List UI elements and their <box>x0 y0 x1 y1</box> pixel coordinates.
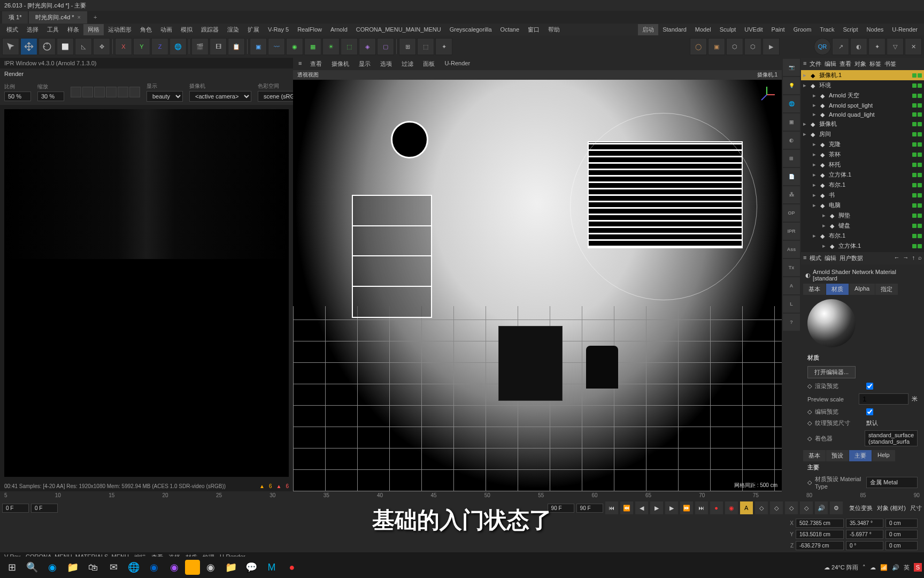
particles-icon[interactable]: ⁂ <box>783 186 800 203</box>
goto-start-button[interactable]: ⏮ <box>605 501 618 514</box>
menu-character[interactable]: 角色 <box>136 24 156 35</box>
folder2-icon[interactable]: 📁 <box>221 558 241 577</box>
octane-render-icon[interactable]: ▶ <box>763 38 780 55</box>
tree-item[interactable]: ▸◆Arnold spot_light <box>801 101 924 110</box>
layout-start[interactable]: 启动 <box>638 24 658 35</box>
layout-uvedit[interactable]: UVEdit <box>740 25 767 34</box>
timeline-ruler[interactable]: 51015202530354045505560657075808590 <box>0 491 924 499</box>
expand-icon[interactable]: ◇ <box>807 420 812 427</box>
prev-frame-button[interactable]: ◀ <box>635 501 648 514</box>
layout-nodes[interactable]: Nodes <box>863 25 888 34</box>
view-mode-5[interactable] <box>118 87 128 97</box>
tree-item[interactable]: ▸◆杯托 <box>801 159 924 170</box>
menu-corona[interactable]: CORONA_MENU_MAIN_MENU <box>352 25 445 34</box>
field-tool[interactable]: ◈ <box>359 38 376 55</box>
tree-item[interactable]: ▸◆Arnold 天空 <box>801 90 924 101</box>
record-icon[interactable]: ● <box>282 558 302 577</box>
menu-spline[interactable]: 样条 <box>63 24 83 35</box>
next-key-button[interactable]: ⏩ <box>680 501 693 514</box>
nav-back-icon[interactable]: ← <box>894 254 900 262</box>
x-size-input[interactable] <box>886 519 918 528</box>
menu-gsg[interactable]: Greyscalegorilla <box>445 25 496 34</box>
sogou-icon[interactable]: S <box>914 563 922 572</box>
doc-tab-2[interactable]: 时光房间.c4d *× <box>29 11 87 24</box>
app1-icon[interactable]: ◉ <box>165 558 184 577</box>
nav-up-icon[interactable]: ↑ <box>912 254 915 262</box>
tree-item[interactable]: ▸◆立方体.1 <box>801 170 924 180</box>
vp-menu-panel[interactable]: 面板 <box>419 59 439 69</box>
attr-tab-material[interactable]: 材质 <box>826 284 849 295</box>
menu-mode[interactable]: 模式 <box>2 24 22 35</box>
tree-item[interactable]: ▸◆Arnold quad_light <box>801 110 924 119</box>
next-frame-button[interactable]: ▶ <box>665 501 678 514</box>
tree-item[interactable]: ▸◆布尔.1 <box>801 180 924 190</box>
play-button[interactable]: ▶ <box>650 501 663 514</box>
obj-menu-file[interactable]: 文件 <box>810 60 821 68</box>
op-label[interactable]: OP <box>783 204 800 222</box>
nav-search-icon[interactable]: ⌕ <box>918 254 922 262</box>
obj-menu-view[interactable]: 查看 <box>840 60 851 68</box>
generator-tool[interactable]: ◉ <box>286 38 303 55</box>
world-tool-icon[interactable]: 🌐 <box>783 95 800 112</box>
mat-preset-value[interactable]: 金属 Metal <box>866 477 918 488</box>
cloud-icon[interactable]: ☁ <box>870 564 876 571</box>
menu-mesh[interactable]: 网格 <box>83 24 104 35</box>
mail-icon[interactable]: ✉ <box>104 558 123 577</box>
octane-icon[interactable]: ◯ <box>690 38 707 55</box>
scale-input[interactable] <box>37 92 64 101</box>
qr-icon[interactable]: QR <box>814 38 831 55</box>
key-scale-button[interactable]: ◇ <box>770 501 783 514</box>
obj-menu-edit[interactable]: 编辑 <box>825 60 836 68</box>
triangle-icon[interactable]: ▽ <box>887 38 904 55</box>
tree-item[interactable]: ▸◆克隆 <box>801 139 924 149</box>
spline-primitive[interactable]: 〰 <box>268 38 285 55</box>
attr-tab-alpha[interactable]: Alpha <box>849 284 875 295</box>
y-pos-input[interactable] <box>796 530 844 539</box>
vp-menu-view[interactable]: 查看 <box>306 59 326 69</box>
grid-tool[interactable]: ⊞ <box>399 38 416 55</box>
rotate-tool[interactable] <box>38 38 56 55</box>
light-tool-icon[interactable]: 💡 <box>783 77 800 94</box>
attr-tab-basic[interactable]: 基本 <box>803 284 826 295</box>
options-button[interactable]: ⚙ <box>830 501 843 514</box>
world-axis-toggle[interactable]: 🌐 <box>170 38 187 55</box>
recent-tool[interactable]: ✥ <box>93 38 110 55</box>
wechat-icon[interactable]: 💬 <box>242 558 261 577</box>
volume-tool[interactable]: ▢ <box>377 38 394 55</box>
volume-icon[interactable]: 🔊 <box>892 564 899 571</box>
z-size-input[interactable] <box>886 541 918 550</box>
doc-tab-1[interactable]: 项 1* <box>2 11 28 24</box>
cube-primitive[interactable]: ▣ <box>250 38 267 55</box>
shader-tab-help[interactable]: Help <box>872 450 895 461</box>
sound-button[interactable]: 🔊 <box>815 501 828 514</box>
editor-preview-checkbox[interactable] <box>866 408 873 415</box>
expand-icon[interactable]: ◇ <box>807 408 812 415</box>
attr-menu-mode[interactable]: 模式 <box>810 254 821 262</box>
time-start-input[interactable] <box>2 504 29 513</box>
shader-value[interactable]: standard_surface (standard_surfa <box>865 430 918 446</box>
view-mode-6[interactable] <box>129 87 140 97</box>
page-tool-icon[interactable]: 📄 <box>783 168 800 185</box>
nav-fwd-icon[interactable]: → <box>903 254 909 262</box>
axis-x-toggle[interactable]: X <box>115 38 132 55</box>
camera-tool-icon[interactable]: 📷 <box>783 59 800 76</box>
menu-realflow[interactable]: RealFlow <box>293 25 326 34</box>
z-pos-input[interactable] <box>796 541 844 550</box>
close-panel-icon[interactable]: ✕ <box>905 38 922 55</box>
prev-key-button[interactable]: ⏪ <box>620 501 633 514</box>
menu-tools[interactable]: 工具 <box>43 24 63 35</box>
layout-sculpt[interactable]: Sculpt <box>715 25 741 34</box>
l-label[interactable]: L <box>783 295 800 313</box>
obj-menu-object[interactable]: 对象 <box>854 60 866 68</box>
shader-tab-preset[interactable]: 预设 <box>826 450 849 461</box>
menu-track[interactable]: 跟踪器 <box>197 24 223 35</box>
hamburger-icon[interactable]: ≡ <box>803 60 806 68</box>
menu-help[interactable]: 帮助 <box>544 24 564 35</box>
time-current-input[interactable] <box>31 504 58 513</box>
tree-item[interactable]: ▸◆电脑 <box>801 200 924 210</box>
view-mode-3[interactable] <box>94 87 105 97</box>
hamburger-icon[interactable]: ≡ <box>803 254 806 262</box>
tree-item[interactable]: ▸◆布尔.1 <box>801 231 924 241</box>
beauty-dropdown[interactable]: beauty <box>147 91 183 102</box>
render-view-button[interactable]: 🎬 <box>191 38 209 55</box>
